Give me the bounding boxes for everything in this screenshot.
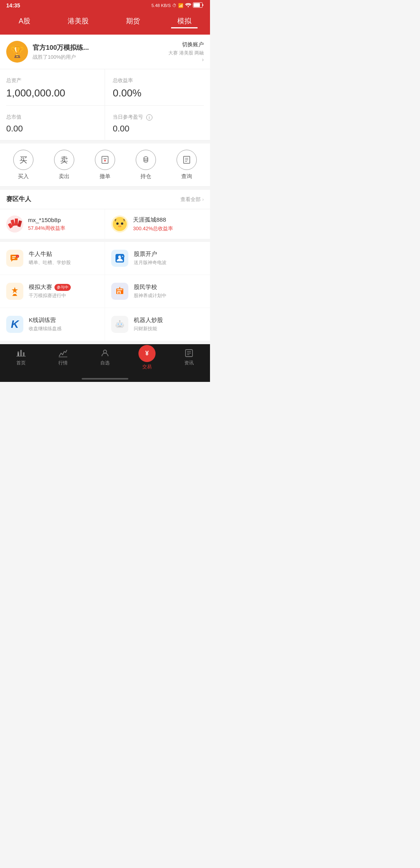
svg-point-7 (144, 157, 148, 159)
svg-rect-3 (102, 156, 108, 163)
menu-item-sim-contest[interactable]: 模拟大赛 参与中 千万模拟赛进行中 (0, 275, 105, 308)
nav-item-trade[interactable]: ¥ 交易 (133, 348, 161, 370)
bull-posts-title: 牛人牛贴 (29, 250, 71, 258)
nav-label-market: 行情 (58, 360, 68, 366)
daily-pnl-label: 当日参考盈亏 i (113, 114, 204, 121)
svg-point-16 (113, 217, 127, 231)
robot-trading-text: 机器人炒股 问财新技能 (134, 317, 163, 332)
svg-rect-32 (12, 295, 17, 296)
clock-icon: ⏱ (172, 3, 177, 8)
svg-text:+: + (122, 255, 124, 258)
menu-item-stock-school[interactable]: 股民学校 股神养成计划中 (105, 275, 210, 308)
svg-rect-23 (12, 256, 16, 257)
buy-label: 买入 (18, 173, 29, 180)
bull-posts-sub: 晒单、吐槽、学炒股 (29, 259, 71, 266)
kline-camp-title: K线训练营 (29, 317, 61, 324)
query-icon (177, 150, 197, 170)
svg-rect-54 (59, 357, 67, 357)
bull-user-item[interactable]: 天涯孤城888 300.42%总收益率 (105, 209, 210, 239)
sim-contest-sub: 千万模拟赛进行中 (29, 292, 71, 299)
svg-point-0 (188, 6, 189, 7)
cancel-order-button[interactable]: 撤单 (95, 150, 115, 180)
svg-point-36 (117, 292, 119, 294)
menu-item-kline-camp[interactable]: K K线训练营 收盘继续练盘感 (0, 308, 105, 341)
nav-item-news[interactable]: 资讯 (175, 348, 203, 370)
home-indicator (0, 378, 210, 382)
buy-button[interactable]: 买 买入 (13, 150, 33, 180)
switch-account-btn[interactable]: 切换账户 (168, 41, 204, 48)
nav-item-market[interactable]: 行情 (49, 348, 77, 370)
position-label: 持仓 (140, 173, 151, 180)
account-left: 🏆 官方100万模拟练... 战胜了100%的用户 (6, 41, 89, 63)
svg-point-46 (119, 320, 121, 322)
tab-simulation[interactable]: 模拟 (171, 15, 198, 28)
menu-grid: ! 牛人牛贴 晒单、吐槽、学炒股 + 股票开户 送月版神奇电波 (0, 242, 210, 341)
account-subtitle: 战胜了100%的用户 (33, 54, 89, 61)
status-icons: 5.48 KB/S ⏱ 📶 (151, 2, 204, 9)
top-navigation: A股 港美股 期货 模拟 (0, 11, 210, 35)
position-button[interactable]: 持仓 (136, 150, 156, 180)
sim-contest-title: 模拟大赛 参与中 (29, 284, 71, 291)
bull-user-info-1: mx_*150b8p 57.84%周收益率 (28, 217, 65, 232)
total-asset-label: 总资产 (6, 77, 105, 84)
svg-point-21 (120, 226, 121, 227)
bull-user-rate-1: 57.84%周收益率 (28, 225, 65, 232)
robot-trading-sub: 问财新技能 (134, 326, 163, 332)
nav-item-watchlist[interactable]: 自选 (91, 348, 119, 370)
position-icon (136, 150, 156, 170)
svg-rect-24 (12, 258, 15, 259)
stock-school-text: 股民学校 股神养成计划中 (134, 284, 166, 299)
chevron-right-icon: › (202, 56, 204, 63)
stock-account-sub: 送月版神奇电波 (134, 259, 166, 266)
stock-school-icon (111, 283, 128, 300)
account-right[interactable]: 切换账户 大赛 港美股 两融 › (168, 41, 204, 63)
bull-user-name-1: mx_*150b8p (28, 217, 65, 223)
action-bar: 买 买入 卖 卖出 撤单 持仓 (0, 144, 210, 187)
menu-item-robot-trading[interactable]: 机器人炒股 问财新技能 (105, 308, 210, 341)
signal-icon: 📶 (178, 3, 184, 8)
kline-camp-text: K线训练营 收盘继续练盘感 (29, 317, 61, 332)
svg-point-37 (119, 292, 121, 294)
sell-label: 卖出 (59, 173, 70, 180)
total-market-value: 0.00 (6, 124, 105, 134)
svg-point-43 (121, 324, 122, 325)
tab-a-shares[interactable]: A股 (12, 15, 37, 28)
svg-rect-44 (118, 326, 121, 327)
bull-posts-icon: ! (6, 250, 23, 267)
status-bar: 14:35 5.48 KB/S ⏱ 📶 (0, 0, 210, 11)
svg-rect-48 (123, 324, 124, 327)
bull-user-avatar-1 (6, 215, 23, 233)
svg-point-42 (117, 324, 119, 325)
menu-item-bull-posts[interactable]: ! 牛人牛贴 晒单、吐槽、学炒股 (0, 242, 105, 275)
svg-rect-31 (13, 294, 16, 295)
stock-account-title: 股票开户 (134, 250, 166, 258)
sell-button[interactable]: 卖 卖出 (54, 150, 74, 180)
total-asset-item: 总资产 1,000,000.00 (6, 69, 105, 106)
bull-user-rate-2: 300.42%总收益率 (133, 225, 173, 232)
robot-trading-title: 机器人炒股 (134, 317, 163, 324)
sell-icon: 卖 (54, 150, 74, 170)
tab-hk-us-shares[interactable]: 港美股 (61, 15, 95, 28)
nav-label-news: 资讯 (184, 360, 194, 366)
svg-rect-34 (117, 289, 122, 290)
bull-posts-text: 牛人牛贴 晒单、吐槽、学炒股 (29, 250, 71, 266)
stock-school-sub: 股神养成计划中 (134, 292, 166, 299)
participating-badge: 参与中 (54, 284, 71, 291)
buy-icon: 买 (13, 150, 33, 170)
query-button[interactable]: 查询 (177, 150, 197, 180)
cancel-icon (95, 150, 115, 170)
view-all-link[interactable]: 查看全部 › (180, 196, 204, 203)
bull-user-item[interactable]: mx_*150b8p 57.84%周收益率 (0, 209, 105, 239)
total-return-label: 总收益率 (113, 77, 204, 84)
svg-rect-50 (18, 353, 19, 356)
nav-label-home: 首页 (16, 360, 26, 366)
total-market-item: 总市值 0.00 (6, 106, 105, 140)
total-asset-value: 1,000,000.00 (6, 87, 105, 99)
market-icon (58, 348, 68, 358)
total-return-value: 0.00% (113, 87, 204, 99)
nav-item-home[interactable]: 首页 (7, 348, 35, 370)
sim-contest-icon (6, 283, 23, 300)
watchlist-icon (100, 348, 110, 358)
menu-item-stock-account[interactable]: + 股票开户 送月版神奇电波 (105, 242, 210, 275)
tab-futures[interactable]: 期货 (120, 15, 146, 28)
